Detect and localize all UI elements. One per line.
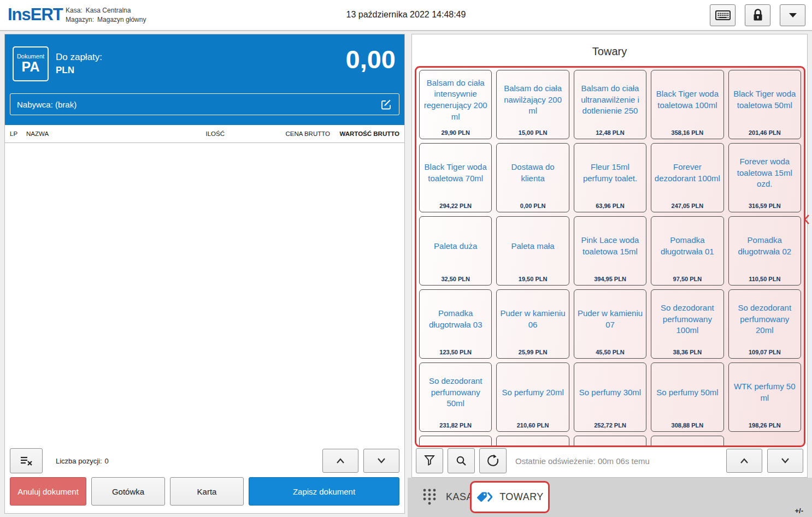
product-tile[interactable]: Puder w kamieniu 0625,99 PLN <box>496 289 569 359</box>
chevron-down-icon <box>376 457 387 465</box>
cash-button[interactable]: Gotówka <box>91 477 165 506</box>
product-tile[interactable]: Forever dezodorant 100ml247,05 PLN <box>651 143 723 212</box>
product-name: Dostawa do klienta <box>497 144 568 203</box>
clear-list-button[interactable] <box>10 448 43 473</box>
product-price: 123,50 PLN <box>439 349 472 358</box>
product-grid: Balsam do ciała intensywnie regenerujący… <box>415 66 805 447</box>
tab-kasa-label: KASA <box>446 491 473 503</box>
product-tile[interactable]: So dezodorant perfumowany 100ml38,36 PLN <box>651 289 723 359</box>
lock-icon <box>751 8 764 22</box>
product-name: Pomadka długotrwała 01 <box>651 217 723 276</box>
product-name: Black Tiger woda toaletowa 100ml <box>651 70 723 129</box>
product-tile[interactable]: So perfumy 30ml252,72 PLN <box>574 363 646 432</box>
search-button[interactable] <box>448 448 475 473</box>
product-tile-cutoff[interactable] <box>419 436 492 447</box>
products-title: Towary <box>412 45 807 58</box>
product-tile[interactable]: So perfumy 20ml210,60 PLN <box>496 363 569 432</box>
product-tile[interactable]: Puder w kamieniu 0745,50 PLN <box>574 289 646 359</box>
product-price: 0,00 PLN <box>520 203 545 212</box>
product-tile[interactable]: Dostawa do klienta0,00 PLN <box>496 143 569 212</box>
save-document-button[interactable]: Zapisz dokument <box>249 477 399 506</box>
topbar: InsERT Kasa:Kasa Centralna Magazyn:Magaz… <box>0 0 812 31</box>
product-price: 19,50 PLN <box>519 276 548 285</box>
product-name: Paleta mała <box>509 217 556 276</box>
product-tile[interactable]: So perfumy 50ml308,88 PLN <box>651 363 723 432</box>
tab-kasa[interactable]: KASA <box>422 488 473 506</box>
product-price: 201,46 PLN <box>749 129 781 139</box>
filter-button[interactable] <box>416 448 443 473</box>
product-tile[interactable]: Pomadka długotrwała 02110,50 PLN <box>728 216 801 286</box>
product-name: Pomadka długotrwała 02 <box>729 217 801 276</box>
product-tile[interactable]: Pomadka długotrwała 03123,50 PLN <box>419 289 492 359</box>
product-tile[interactable]: Forever woda toaletowa 15ml ozd.316,59 P… <box>728 143 801 212</box>
product-tile[interactable]: Paleta mała19,50 PLN <box>496 216 569 286</box>
product-price: 29,90 PLN <box>441 129 470 139</box>
document-scroll-up-button[interactable] <box>322 449 358 473</box>
clear-list-icon <box>19 455 33 467</box>
product-name: Fleur 15ml perfumy toalet. <box>574 144 646 203</box>
due-label: Do zapłaty: <box>56 51 102 64</box>
cancel-document-button[interactable]: Anuluj dokument <box>10 477 86 506</box>
tab-towary[interactable]: TOWARY <box>470 481 550 513</box>
product-name: So perfumy 30ml <box>578 363 643 422</box>
card-button[interactable]: Karta <box>170 477 244 506</box>
document-scroll-down-button[interactable] <box>363 449 399 473</box>
product-tile[interactable]: WTK perfumy 50 ml198,26 PLN <box>728 363 801 432</box>
product-price: 12,48 PLN <box>596 129 625 139</box>
product-tile[interactable]: Black Tiger woda toaletowa 100ml358,16 P… <box>651 70 723 139</box>
products-scroll-up-button[interactable] <box>726 449 762 473</box>
product-price: 25,99 PLN <box>519 349 548 358</box>
product-name: Pink Lace woda toaletowa 15ml <box>574 217 646 276</box>
col-nazwa: NAZWA <box>26 130 192 137</box>
buyer-bar[interactable]: Nabywca: (brak) <box>10 93 399 115</box>
product-tile-cutoff[interactable] <box>651 436 723 447</box>
product-name: So dezodorant perfumowany 100ml <box>651 290 723 349</box>
product-price: 15,00 PLN <box>519 129 548 139</box>
product-tile[interactable]: So dezodorant perfumowany 50ml231,82 PLN <box>419 363 492 432</box>
product-tile[interactable]: So dezodorant perfumowany 20ml109,07 PLN <box>728 289 801 359</box>
product-tile[interactable]: Paleta duża32,50 PLN <box>419 216 492 286</box>
lock-button[interactable] <box>745 4 770 26</box>
product-tile[interactable]: Pomadka długotrwała 0197,50 PLN <box>651 216 723 286</box>
keyboard-icon <box>715 9 731 22</box>
products-scroll-down-button[interactable] <box>767 449 803 473</box>
product-tile[interactable]: Black Tiger woda toaletowa 70ml294,22 PL… <box>419 143 492 212</box>
products-region: Towary Balsam do ciała intensywnie regen… <box>408 34 812 517</box>
datetime: 13 października 2022 14:48:49 <box>0 10 812 20</box>
annotation-pointer-icon <box>804 215 809 224</box>
product-tile[interactable]: Fleur 15ml perfumy toalet.63,96 PLN <box>574 143 646 212</box>
product-tile[interactable]: Balsam do ciała ultranawilżenie i dotlen… <box>574 70 646 139</box>
product-tile[interactable]: Black Tiger woda toaletowa 50ml201,46 PL… <box>728 70 801 139</box>
product-name: Paleta duża <box>432 217 479 276</box>
document-type-badge: Dokument PA <box>13 46 49 81</box>
product-name: Forever dezodorant 100ml <box>651 144 723 203</box>
due-block: Do zapłaty: PLN <box>56 51 102 77</box>
product-price: 109,07 PLN <box>749 349 781 358</box>
product-name: WTK perfumy 50 ml <box>729 363 801 422</box>
col-ilosc: ILOŚĆ <box>192 130 225 137</box>
product-price: 294,22 PLN <box>439 203 472 212</box>
search-icon <box>455 454 468 467</box>
product-name: Black Tiger woda toaletowa 70ml <box>420 144 491 203</box>
product-price: 308,88 PLN <box>672 422 704 431</box>
refresh-button[interactable] <box>479 448 507 473</box>
keyboard-button[interactable] <box>710 4 735 26</box>
product-tile-cutoff[interactable] <box>574 436 646 447</box>
product-price: 247,05 PLN <box>672 203 704 212</box>
edit-icon <box>380 98 392 110</box>
product-price: 198,26 PLN <box>749 422 781 431</box>
product-price: 394,95 PLN <box>594 276 626 285</box>
product-price: 32,50 PLN <box>441 276 470 285</box>
product-tile-cutoff[interactable] <box>496 436 569 447</box>
product-tile[interactable]: Pink Lace woda toaletowa 15ml394,95 PLN <box>574 216 646 286</box>
currency-label: PLN <box>56 64 102 77</box>
items-count-value: 0 <box>105 457 109 465</box>
session-menu-button[interactable] <box>780 4 805 26</box>
product-tile[interactable]: Balsam do ciała nawilżający 200 ml15,00 … <box>496 70 569 139</box>
product-price: 252,72 PLN <box>594 422 626 431</box>
product-name: So dezodorant perfumowany 50ml <box>420 363 491 422</box>
product-tile[interactable]: Balsam do ciała intensywnie regenerujący… <box>419 70 492 139</box>
product-name: Forever woda toaletowa 15ml ozd. <box>729 144 801 203</box>
filter-icon <box>423 454 436 467</box>
product-price: 63,96 PLN <box>596 203 625 212</box>
